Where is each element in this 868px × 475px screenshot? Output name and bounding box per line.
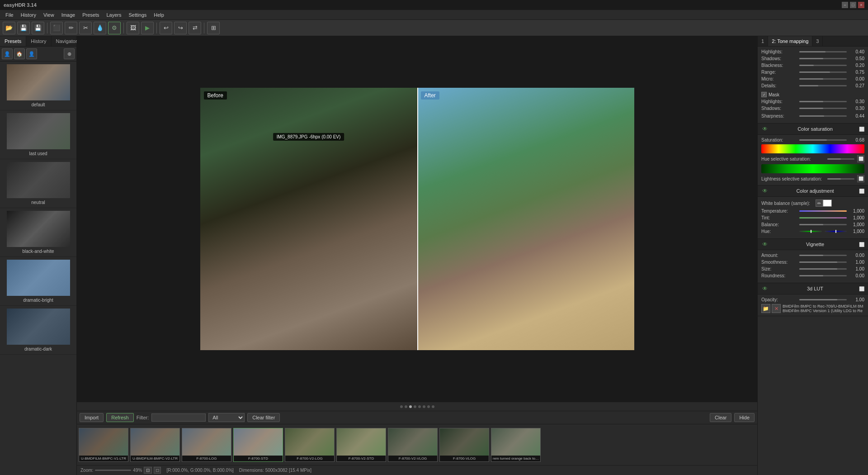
tab-presets[interactable]: Presets (0, 36, 26, 46)
film-thumb-3[interactable]: F-8700-STD (233, 428, 283, 462)
lut-close-icon[interactable]: ✕ (772, 304, 781, 313)
tb-crop-button[interactable]: ✂ (79, 22, 92, 34)
rtab-3[interactable]: 3 (812, 36, 823, 46)
color-saturation-header[interactable]: 👁 Color saturation ⬜ (758, 124, 868, 135)
zoom-slider[interactable] (95, 470, 131, 471)
opacity-slider[interactable] (799, 299, 847, 300)
mask-highlights-slider[interactable] (799, 101, 847, 102)
white-balance-pencil-icon[interactable]: ✏ (816, 200, 823, 207)
hue-selective-expand-btn[interactable]: ⬜ (857, 155, 864, 162)
menu-help[interactable]: Help (150, 11, 168, 19)
close-button[interactable]: × (858, 2, 864, 8)
mask-checkbox[interactable]: ✓ (761, 92, 767, 97)
highlights-slider[interactable] (799, 51, 847, 52)
blackness-slider[interactable] (799, 65, 847, 66)
lp-home-icon[interactable]: 🏠 (14, 48, 25, 59)
strip-dot-2[interactable] (405, 405, 407, 408)
vignette-eye-icon[interactable]: 👁 (761, 241, 769, 248)
refresh-button[interactable]: Refresh (106, 413, 134, 422)
sharpness-slider[interactable] (799, 115, 847, 117)
tb-eyedrop-button[interactable]: 💧 (94, 22, 106, 34)
tb-save2-button[interactable]: 💾 (32, 22, 44, 34)
green-hue-bar[interactable] (761, 164, 864, 173)
strip-dot-1[interactable] (400, 405, 403, 408)
tb-settings-button[interactable]: ⚙ (108, 22, 121, 34)
zoom-screen-button[interactable]: □ (154, 467, 161, 474)
tb-arrow-btn[interactable]: ▶ (141, 22, 154, 34)
color-adjustment-header[interactable]: 👁 Color adjustment ⬜ (758, 185, 868, 197)
tb-view-button[interactable]: 🖼 (127, 22, 139, 34)
lightness-selective-expand-btn[interactable]: ⬜ (857, 175, 864, 182)
tb-redo-button[interactable]: ↪ (174, 22, 187, 34)
preset-item-bw[interactable]: black-and-white (0, 208, 76, 257)
split-divider[interactable] (417, 88, 418, 350)
mask-shadows-slider[interactable] (799, 108, 847, 109)
preset-item-neutral[interactable]: neutral (0, 159, 76, 208)
tb-undo-button[interactable]: ↩ (160, 22, 172, 34)
tb-new-button[interactable]: ⬛ (50, 22, 63, 34)
tb-save-button[interactable]: 💾 (17, 22, 30, 34)
tab-history[interactable]: History (26, 36, 51, 46)
strip-dot-8[interactable] (432, 405, 434, 408)
film-thumb-1[interactable]: U-BMDFILM-BMPC-V2-LTR (130, 428, 180, 462)
hue-selective-slider[interactable] (827, 158, 854, 160)
lut-header[interactable]: 👁 3d LUT ⬜ (758, 283, 868, 294)
lp-user-icon[interactable]: 👤 (26, 48, 37, 59)
menu-settings[interactable]: Settings (125, 11, 151, 19)
import-button[interactable]: Import (80, 413, 104, 422)
strip-dot-3[interactable] (409, 405, 412, 408)
micro-slider[interactable] (799, 78, 847, 80)
preset-item-dramatic-bright[interactable]: dramatic-bright (0, 257, 76, 306)
menu-image[interactable]: Image (58, 11, 79, 19)
white-balance-swatch[interactable] (823, 200, 832, 207)
hue-slider[interactable] (799, 231, 822, 232)
lightness-selective-slider[interactable] (827, 178, 854, 180)
smoothness-slider[interactable] (799, 261, 847, 263)
hue-slider-blue[interactable] (825, 231, 847, 232)
clear-button[interactable]: Clear (710, 413, 731, 422)
color-adjustment-eye-icon[interactable]: 👁 (761, 187, 769, 195)
hide-button[interactable]: Hide (734, 413, 755, 422)
film-thumb-8[interactable]: rem turned orange back to gre (491, 428, 541, 462)
range-slider[interactable] (799, 71, 847, 73)
tb-sync-button[interactable]: ⇄ (189, 22, 201, 34)
balance-slider[interactable] (799, 224, 847, 225)
amount-slider[interactable] (799, 255, 847, 256)
rainbow-saturation-bar[interactable] (761, 144, 864, 153)
strip-dot-7[interactable] (427, 405, 430, 408)
clear-filter-button[interactable]: Clear filter (247, 413, 280, 422)
window-controls[interactable]: − □ × (842, 2, 864, 8)
size-slider[interactable] (799, 268, 847, 270)
tint-slider[interactable] (799, 217, 847, 218)
shadows-slider[interactable] (799, 58, 847, 59)
all-select[interactable]: All (208, 413, 245, 422)
preset-item-dramatic-dark[interactable]: dramatic-dark (0, 306, 76, 355)
film-thumb-7[interactable]: F-8700-VLOG (439, 428, 489, 462)
rtab-tone-mapping[interactable]: 2: Tone mapping (768, 36, 812, 46)
strip-dot-4[interactable] (414, 405, 416, 408)
lut-eye-icon[interactable]: 👁 (761, 285, 769, 292)
saturation-slider[interactable] (799, 139, 847, 141)
filter-input[interactable] (151, 413, 206, 422)
preset-item-default[interactable]: default (0, 62, 76, 110)
menu-layers[interactable]: Layers (103, 11, 125, 19)
temperature-slider[interactable] (799, 210, 847, 212)
menu-file[interactable]: File (2, 11, 17, 19)
lp-person-icon[interactable]: 👤 (2, 48, 13, 59)
zoom-fit-button[interactable]: ⊡ (144, 467, 152, 474)
preset-item-lastused[interactable]: last used (0, 110, 76, 159)
tb-edit-button[interactable]: ✏ (65, 22, 77, 34)
film-thumb-6[interactable]: F-8700-V2-VLOG (388, 428, 438, 462)
details-slider[interactable] (799, 85, 847, 86)
tb-layers-button[interactable]: ⊞ (207, 22, 220, 34)
maximize-button[interactable]: □ (850, 2, 856, 8)
rtab-1[interactable]: 1 (758, 36, 768, 46)
strip-dot-5[interactable] (418, 405, 421, 408)
vignette-header[interactable]: 👁 Vignette ⬜ (758, 239, 868, 250)
tb-open-button[interactable]: 📂 (3, 22, 15, 34)
film-thumb-4[interactable]: F-8700-V2-LOG (285, 428, 335, 462)
film-thumb-2[interactable]: F-8700-LOG (182, 428, 231, 462)
minimize-button[interactable]: − (842, 2, 848, 8)
menu-view[interactable]: View (40, 11, 58, 19)
color-saturation-eye-icon[interactable]: 👁 (761, 125, 769, 133)
